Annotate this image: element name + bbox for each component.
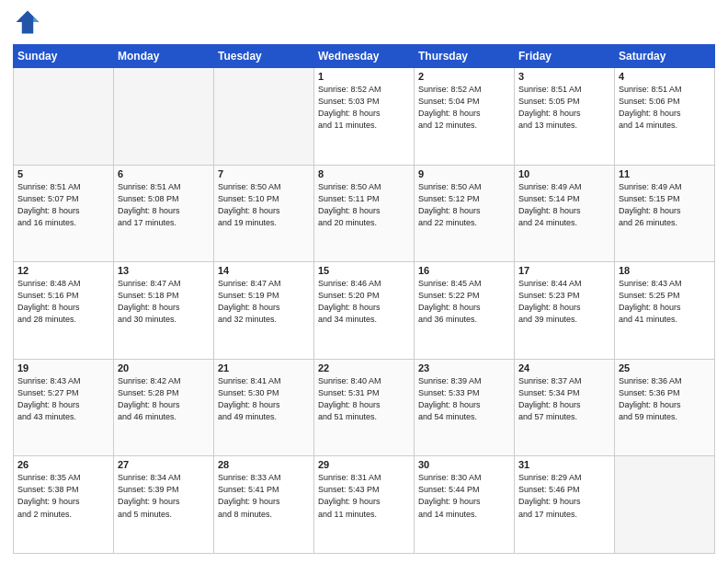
day-cell: 21Sunrise: 8:41 AM Sunset: 5:30 PM Dayli… [214, 359, 314, 456]
week-row-3: 19Sunrise: 8:43 AM Sunset: 5:27 PM Dayli… [14, 359, 715, 456]
weekday-monday: Monday [114, 45, 214, 68]
day-cell: 2Sunrise: 8:52 AM Sunset: 5:04 PM Daylig… [415, 68, 515, 166]
day-info: Sunrise: 8:40 AM Sunset: 5:31 PM Dayligh… [318, 375, 410, 423]
day-info: Sunrise: 8:48 AM Sunset: 5:16 PM Dayligh… [17, 278, 109, 326]
day-cell: 1Sunrise: 8:52 AM Sunset: 5:03 PM Daylig… [314, 68, 415, 166]
day-info: Sunrise: 8:36 AM Sunset: 5:36 PM Dayligh… [619, 375, 711, 423]
day-number: 7 [218, 168, 310, 179]
day-cell: 10Sunrise: 8:49 AM Sunset: 5:14 PM Dayli… [515, 165, 615, 262]
calendar-table: SundayMondayTuesdayWednesdayThursdayFrid… [13, 44, 715, 554]
weekday-friday: Friday [515, 45, 615, 68]
day-number: 30 [418, 459, 510, 470]
weekday-thursday: Thursday [415, 45, 515, 68]
day-cell: 18Sunrise: 8:43 AM Sunset: 5:25 PM Dayli… [615, 262, 715, 360]
day-info: Sunrise: 8:45 AM Sunset: 5:22 PM Dayligh… [418, 278, 510, 326]
day-cell: 3Sunrise: 8:51 AM Sunset: 5:05 PM Daylig… [515, 68, 615, 166]
day-number: 25 [619, 362, 711, 373]
day-number: 24 [518, 362, 610, 373]
day-number: 18 [619, 265, 711, 276]
day-info: Sunrise: 8:47 AM Sunset: 5:18 PM Dayligh… [118, 278, 210, 326]
day-cell: 30Sunrise: 8:30 AM Sunset: 5:44 PM Dayli… [415, 456, 515, 554]
day-cell: 6Sunrise: 8:51 AM Sunset: 5:08 PM Daylig… [114, 165, 214, 262]
logo-icon [15, 9, 40, 35]
day-cell: 8Sunrise: 8:50 AM Sunset: 5:11 PM Daylig… [314, 165, 415, 262]
day-number: 17 [518, 265, 610, 276]
week-row-1: 5Sunrise: 8:51 AM Sunset: 5:07 PM Daylig… [14, 165, 715, 262]
day-info: Sunrise: 8:51 AM Sunset: 5:06 PM Dayligh… [619, 84, 711, 132]
svg-marker-1 [33, 17, 39, 22]
day-info: Sunrise: 8:33 AM Sunset: 5:41 PM Dayligh… [218, 472, 310, 520]
day-cell: 4Sunrise: 8:51 AM Sunset: 5:06 PM Daylig… [615, 68, 715, 166]
day-number: 4 [619, 71, 711, 82]
day-cell: 28Sunrise: 8:33 AM Sunset: 5:41 PM Dayli… [214, 456, 314, 554]
weekday-sunday: Sunday [14, 45, 114, 68]
day-info: Sunrise: 8:29 AM Sunset: 5:46 PM Dayligh… [518, 472, 610, 520]
day-number: 5 [17, 168, 109, 179]
day-cell: 31Sunrise: 8:29 AM Sunset: 5:46 PM Dayli… [515, 456, 615, 554]
day-cell: 9Sunrise: 8:50 AM Sunset: 5:12 PM Daylig… [415, 165, 515, 262]
day-number: 11 [619, 168, 711, 179]
day-info: Sunrise: 8:49 AM Sunset: 5:15 PM Dayligh… [619, 181, 711, 229]
day-number: 1 [318, 71, 410, 82]
day-info: Sunrise: 8:50 AM Sunset: 5:10 PM Dayligh… [218, 181, 310, 229]
page: SundayMondayTuesdayWednesdayThursdayFrid… [0, 0, 728, 563]
day-info: Sunrise: 8:52 AM Sunset: 5:04 PM Dayligh… [418, 84, 510, 132]
day-cell [615, 456, 715, 554]
weekday-tuesday: Tuesday [214, 45, 314, 68]
day-cell: 26Sunrise: 8:35 AM Sunset: 5:38 PM Dayli… [14, 456, 114, 554]
day-cell: 7Sunrise: 8:50 AM Sunset: 5:10 PM Daylig… [214, 165, 314, 262]
weekday-wednesday: Wednesday [314, 45, 415, 68]
week-row-0: 1Sunrise: 8:52 AM Sunset: 5:03 PM Daylig… [14, 68, 715, 166]
day-cell: 23Sunrise: 8:39 AM Sunset: 5:33 PM Dayli… [415, 359, 515, 456]
week-row-2: 12Sunrise: 8:48 AM Sunset: 5:16 PM Dayli… [14, 262, 715, 360]
day-cell: 14Sunrise: 8:47 AM Sunset: 5:19 PM Dayli… [214, 262, 314, 360]
day-cell: 22Sunrise: 8:40 AM Sunset: 5:31 PM Dayli… [314, 359, 415, 456]
day-info: Sunrise: 8:44 AM Sunset: 5:23 PM Dayligh… [518, 278, 610, 326]
day-number: 21 [218, 362, 310, 373]
week-row-4: 26Sunrise: 8:35 AM Sunset: 5:38 PM Dayli… [14, 456, 715, 554]
day-info: Sunrise: 8:51 AM Sunset: 5:08 PM Dayligh… [118, 181, 210, 229]
day-number: 26 [17, 459, 109, 470]
day-info: Sunrise: 8:52 AM Sunset: 5:03 PM Dayligh… [318, 84, 410, 132]
day-info: Sunrise: 8:43 AM Sunset: 5:25 PM Dayligh… [619, 278, 711, 326]
day-info: Sunrise: 8:46 AM Sunset: 5:20 PM Dayligh… [318, 278, 410, 326]
day-number: 23 [418, 362, 510, 373]
day-cell: 16Sunrise: 8:45 AM Sunset: 5:22 PM Dayli… [415, 262, 515, 360]
day-cell: 13Sunrise: 8:47 AM Sunset: 5:18 PM Dayli… [114, 262, 214, 360]
day-info: Sunrise: 8:39 AM Sunset: 5:33 PM Dayligh… [418, 375, 510, 423]
day-cell: 20Sunrise: 8:42 AM Sunset: 5:28 PM Dayli… [114, 359, 214, 456]
day-cell: 5Sunrise: 8:51 AM Sunset: 5:07 PM Daylig… [14, 165, 114, 262]
day-cell [114, 68, 214, 166]
day-cell: 17Sunrise: 8:44 AM Sunset: 5:23 PM Dayli… [515, 262, 615, 360]
day-number: 10 [518, 168, 610, 179]
day-info: Sunrise: 8:51 AM Sunset: 5:05 PM Dayligh… [518, 84, 610, 132]
day-cell: 15Sunrise: 8:46 AM Sunset: 5:20 PM Dayli… [314, 262, 415, 360]
day-number: 22 [318, 362, 410, 373]
day-info: Sunrise: 8:35 AM Sunset: 5:38 PM Dayligh… [17, 472, 109, 520]
day-info: Sunrise: 8:34 AM Sunset: 5:39 PM Dayligh… [118, 472, 210, 520]
day-cell: 25Sunrise: 8:36 AM Sunset: 5:36 PM Dayli… [615, 359, 715, 456]
day-number: 15 [318, 265, 410, 276]
day-number: 28 [218, 459, 310, 470]
day-number: 3 [518, 71, 610, 82]
day-number: 13 [118, 265, 210, 276]
day-number: 27 [118, 459, 210, 470]
day-info: Sunrise: 8:43 AM Sunset: 5:27 PM Dayligh… [17, 375, 109, 423]
day-number: 8 [318, 168, 410, 179]
day-number: 12 [17, 265, 109, 276]
day-cell: 24Sunrise: 8:37 AM Sunset: 5:34 PM Dayli… [515, 359, 615, 456]
day-number: 2 [418, 71, 510, 82]
day-info: Sunrise: 8:47 AM Sunset: 5:19 PM Dayligh… [218, 278, 310, 326]
day-info: Sunrise: 8:31 AM Sunset: 5:43 PM Dayligh… [318, 472, 410, 520]
day-cell: 27Sunrise: 8:34 AM Sunset: 5:39 PM Dayli… [114, 456, 214, 554]
day-info: Sunrise: 8:42 AM Sunset: 5:28 PM Dayligh… [118, 375, 210, 423]
day-number: 31 [518, 459, 610, 470]
day-info: Sunrise: 8:51 AM Sunset: 5:07 PM Dayligh… [17, 181, 109, 229]
day-cell [214, 68, 314, 166]
day-number: 14 [218, 265, 310, 276]
weekday-header-row: SundayMondayTuesdayWednesdayThursdayFrid… [14, 45, 715, 68]
header [13, 9, 715, 39]
day-info: Sunrise: 8:37 AM Sunset: 5:34 PM Dayligh… [518, 375, 610, 423]
day-number: 6 [118, 168, 210, 179]
day-info: Sunrise: 8:41 AM Sunset: 5:30 PM Dayligh… [218, 375, 310, 423]
